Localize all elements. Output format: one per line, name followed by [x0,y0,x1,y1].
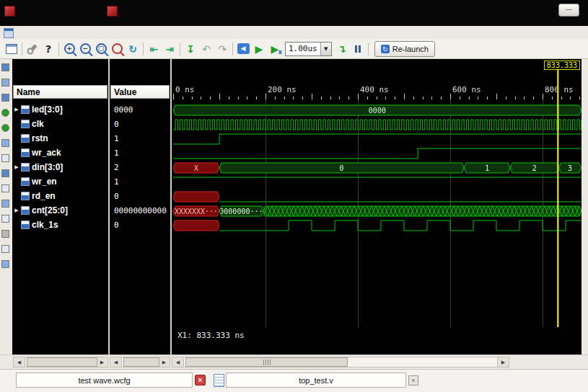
signal-name-label: led[3:0] [32,104,63,115]
restart-icon[interactable]: ◀ [235,42,251,56]
refresh-icon[interactable]: ↻ [125,42,141,56]
dock-icon-6[interactable] [1,139,9,147]
signal-name-label: rstn [32,133,48,143]
waveform-canvas[interactable] [172,61,582,330]
scroll-right-button[interactable]: ▶ [497,357,509,367]
signal-name-row[interactable]: ▶din[3:0] [13,160,107,174]
signal-value-cell[interactable]: 2 [110,160,170,174]
signal-value-panel: Value 0000011210000000000000 [110,59,170,355]
dock-strip [0,59,12,355]
signal-value-cell[interactable]: 1 [110,146,170,160]
run-for-time-icon-glyph: ▶ [271,43,279,55]
scroll-left-button[interactable]: ◀ [14,357,25,367]
tab-top-test[interactable]: top_test.v [226,373,406,388]
dock-icon-13[interactable] [1,245,9,253]
minimize-button[interactable]: — [558,4,579,17]
signal-name-row[interactable]: clk [13,117,107,131]
scroll-left-button[interactable]: ◀ [172,357,184,367]
expand-arrow-icon[interactable]: ▶ [13,107,20,112]
new-wave-window-icon-shape [6,44,17,54]
signal-value-cell[interactable]: 1 [110,174,170,189]
signal-name-row[interactable]: rd_en [13,189,107,203]
dock-icon-7[interactable] [1,154,9,162]
relaunch-button[interactable]: ↻Re-launch [374,41,435,57]
close-tab-red-button[interactable]: × [195,375,206,386]
go-to-time-icon[interactable]: ↧ [183,42,198,56]
break-icon[interactable] [350,42,366,56]
signal-name-row[interactable]: ▶cnt[25:0] [13,203,107,218]
signal-value-cell[interactable]: 0 [110,218,170,232]
new-wave-window-icon[interactable] [4,42,19,56]
zoom-area-icon[interactable] [109,42,125,56]
signal-name-label: cnt[25:0] [32,205,68,215]
signal-name-label: rd_en [32,191,56,201]
zoom-in-icon[interactable]: + [61,42,77,56]
dock-icon-5[interactable] [1,124,9,132]
dock-icon-8[interactable] [1,169,9,177]
scroll-thumb[interactable] [185,357,348,367]
h-scrollbar-1[interactable]: ◀▶ [13,357,108,368]
toolbar-separator [143,43,144,55]
run-duration-combo[interactable]: 1.00us▼ [285,42,332,56]
run-for-time-icon[interactable]: ▶x [267,42,283,56]
dock-icon-2[interactable] [1,79,9,86]
signal-name-row[interactable]: wr_ack [13,146,107,160]
signal-value-cell[interactable]: 0 [110,117,170,131]
dock-icon-9[interactable] [1,184,9,192]
dock-icon-4[interactable] [1,109,9,117]
scroll-track[interactable] [184,357,497,367]
scroll-right-button[interactable]: ▶ [96,357,107,367]
app-icon[interactable] [4,6,15,17]
cursor-readout: X1: 833.333 ns [177,331,245,340]
zoom-full-view-icon[interactable]: □ [93,42,109,56]
tab-wave-config[interactable]: test wave.wcfg [16,373,193,388]
signal-icon [21,206,30,215]
close-tab-gray-button[interactable]: × [408,375,418,386]
dock-icon-3[interactable] [1,94,9,102]
preferences-wrench-icon[interactable] [25,42,40,56]
step-icon-glyph: ↴ [338,43,346,55]
zoom-out-icon[interactable]: − [77,42,93,56]
scrollbar-row: ◀▶◀▶◀▶ [0,355,588,370]
dock-icon-14[interactable] [1,260,9,268]
whats-this-help-icon[interactable]: ? [40,42,56,56]
zoom-out-icon-sub: − [82,45,89,53]
scroll-left-button[interactable]: ◀ [110,357,122,367]
redo-icon-glyph: ↷ [218,43,227,55]
expand-arrow-icon[interactable]: ▶ [13,208,20,213]
scroll-right-button[interactable]: ▶ [158,357,170,367]
signal-name-row[interactable]: wr_en [13,174,107,189]
redo-icon[interactable]: ↷ [214,42,230,56]
undo-icon[interactable]: ↶ [198,42,214,56]
go-to-end-icon[interactable]: ⇥ [162,42,177,56]
dock-icon-12[interactable] [1,230,9,238]
zoom-full-view-icon-shape: □ [96,43,107,54]
signal-value-cell[interactable]: 0 [110,189,170,203]
source-file-icon[interactable] [214,374,224,387]
isim-window: — ?+−□↻⇤⇥↧↶↷◀▶▶x1.00us▼↴↻Re-launch Name … [0,0,588,392]
run-all-icon[interactable]: ▶ [251,42,267,56]
signal-value-cell[interactable]: 0000 [110,102,170,117]
step-icon[interactable]: ↴ [334,42,350,56]
h-scrollbar-3[interactable]: ◀▶ [172,357,509,368]
scroll-track[interactable] [25,357,96,367]
toolbar: ?+−□↻⇤⇥↧↶↷◀▶▶x1.00us▼↴↻Re-launch [0,39,588,59]
expand-arrow-icon[interactable]: ▶ [13,164,20,170]
signal-name-row[interactable]: ▶led[3:0] [13,102,107,117]
scroll-thumb[interactable] [27,357,97,367]
dock-icon-11[interactable] [1,215,9,223]
dock-icon-10[interactable] [1,200,9,208]
signal-name-row[interactable]: rstn [13,131,107,146]
combo-dropdown-arrow-icon[interactable]: ▼ [320,43,331,55]
h-scrollbar-2[interactable]: ◀▶ [110,357,170,368]
signal-name-row[interactable]: clk_1s [13,218,107,232]
signal-value-cell[interactable]: 1 [110,131,170,146]
scroll-track[interactable] [122,357,158,367]
panel-window-icon[interactable] [4,28,14,38]
scroll-thumb[interactable] [123,357,159,367]
signal-value-cell[interactable]: 00000000000 [110,203,170,218]
dock-icon-1[interactable] [1,63,9,71]
ise-logo-icon [107,6,118,17]
go-to-start-icon[interactable]: ⇤ [146,42,162,56]
run-all-icon-glyph: ▶ [255,43,263,55]
